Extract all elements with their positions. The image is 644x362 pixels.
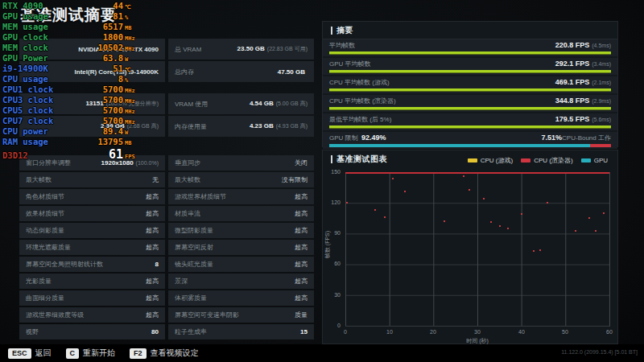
settings-row: 最大帧数 无 [19, 172, 165, 187]
setting-label: 最大帧数 [175, 175, 200, 184]
y-axis-label: 帧数 (FPS) [324, 220, 332, 269]
summary-header: 摘要 [323, 22, 617, 39]
osd-unit: MHz [125, 98, 144, 105]
osd-line: CPU3 clock 5700 MHz [2, 95, 144, 105]
gpu-limit-bar-gpu-segment [329, 144, 590, 147]
settings-row: 垂直同步 关闭 [168, 155, 314, 171]
osd-line: RAM usage 13795 MB [2, 137, 144, 147]
summary-row-label: 平均帧数 [329, 41, 355, 50]
osd-label: CPU1 clock [2, 84, 86, 94]
summary-row-value: 344.8 FPS(2.9ms) [555, 97, 611, 105]
osd-line: GPU Power 63.8 W [2, 53, 144, 64]
frame-spike-dot [469, 189, 470, 191]
osd-line: CPU power 89.4 W [2, 126, 144, 137]
y-tick: 30 [324, 292, 341, 298]
settings-row: 动态倒影质量 超高 [19, 223, 165, 238]
total-vram-sub: (22.83 GB 可用) [267, 46, 308, 51]
x-tick: 60 [601, 329, 617, 335]
frame-spike-dot [547, 202, 548, 204]
footer-key-esc[interactable]: ESC 返回 [8, 348, 52, 359]
cpu-bound-label: 7.51%CPU-Bound 工作 [542, 134, 611, 142]
osd-line: MEM clock 10502 MHz [2, 43, 144, 53]
osd-label: MEM usage [2, 22, 86, 31]
frame-spike-dot [444, 220, 445, 222]
osd-unit: MHz [125, 88, 144, 94]
osd-label: CPU7 clock [2, 116, 86, 125]
osd-label: i9-14900K [2, 64, 86, 73]
setting-label: 景深 [175, 277, 188, 286]
osd-line: D3D12 61 FPS [2, 147, 144, 160]
legend-item: GPU [581, 157, 608, 164]
osd-line: i9-14900K 51 ℃ [2, 64, 144, 74]
setting-value: 超高 [146, 209, 159, 218]
setting-value: 超高 [295, 192, 308, 201]
header-accent [331, 27, 332, 35]
legend-item: CPU (渲染器) [521, 156, 572, 165]
frame-spike-dot [507, 228, 509, 229]
legend-swatch [468, 158, 477, 162]
settings-row: 曲面细分质量 超高 [19, 290, 165, 306]
y-tick: 150 [324, 169, 341, 175]
summary-row-label: CPU 平均帧数 (游戏) [329, 78, 390, 87]
setting-label: 微型阴影质量 [175, 226, 213, 235]
osd-line: GPU usage 81 % [2, 11, 144, 22]
osd-unit: W [125, 56, 144, 63]
frame-spike-dot [374, 209, 376, 211]
osd-label: CPU5 clock [2, 105, 86, 115]
summary-title: 摘要 [336, 25, 353, 36]
ram-usage-label: 内存使用量 [175, 122, 207, 131]
benchmark-summary-screen: 基准测试摘要 NVIDIA GeForce RTX 4090 总 VRAM 23… [0, 0, 644, 362]
osd-unit: ℃ [125, 4, 144, 10]
setting-value: 超高 [295, 243, 308, 252]
setting-label: 屏幕空间全局照明射线计数 [26, 260, 103, 269]
setting-label: 曲面细分质量 [26, 294, 64, 302]
osd-value: 89.4 [86, 126, 123, 136]
gpu-limit-bar-cpu-segment [590, 144, 611, 147]
osd-label: MEM clock [2, 43, 86, 52]
settings-row: 屏幕空间可变速率阴影 质量 [168, 307, 314, 323]
header-accent [331, 155, 332, 163]
setting-label: 效果材质细节 [26, 209, 64, 218]
setting-label: 体积雾质量 [175, 294, 207, 302]
fps-bar [329, 51, 611, 55]
summary-row-value: 469.1 FPS(2.1ms) [555, 78, 611, 86]
fps-cap-line [345, 172, 609, 174]
frame-spike-dot [404, 191, 406, 192]
fps-bar [329, 70, 611, 73]
vram-usage-label: VRAM 使用 [175, 100, 208, 109]
setting-value: 超高 [146, 294, 159, 302]
x-tick: 40 [514, 329, 530, 335]
settings-row: 视野 80 [19, 324, 165, 339]
osd-label: GPU Power [2, 53, 86, 63]
osd-unit: ℃ [125, 67, 144, 73]
summary-row: CPU 平均帧数 (渲染器) 344.8 FPS(2.9ms) [323, 95, 617, 112]
osd-value: 6517 [86, 22, 123, 31]
x-tick: 10 [382, 329, 398, 335]
osd-value: 10502 [86, 43, 123, 52]
setting-value: 无 [152, 175, 159, 184]
legend-item: CPU (游戏) [468, 156, 513, 165]
frame-spike-dot [384, 216, 386, 218]
settings-column-right: 垂直同步 关闭 最大帧数 没有限制 游戏世界材质细节 超高 材质串流 超高 微型… [168, 155, 314, 339]
summary-row-label: 最低平均帧数 (后 5%) [329, 115, 391, 124]
setting-label: 环境光遮蔽质量 [26, 243, 71, 252]
total-ram-label: 总内存 [175, 68, 194, 76]
x-tick: 20 [425, 329, 441, 335]
footer-bar: ESC 返回 C 重新开始 F2 查看视频设定 [0, 344, 644, 362]
keycap-action-label: 重新开始 [83, 348, 115, 359]
fps-bar [329, 125, 611, 129]
frame-spike-dot [575, 230, 576, 232]
frame-spike-dot [539, 249, 541, 251]
osd-value: 13795 [86, 137, 123, 146]
osd-unit: MB [125, 140, 144, 146]
legend-label: CPU (渲染器) [534, 156, 572, 165]
footer-key-f2[interactable]: F2 查看视频设定 [130, 348, 199, 359]
osd-unit: MHz [125, 109, 144, 115]
frame-spike-dot [499, 225, 501, 227]
vram-usage-cell: VRAM 使用 4.54 GB(5.00 GB 高) [168, 93, 314, 114]
osd-value: 51 [86, 64, 123, 73]
osd-value: 81 [86, 11, 123, 21]
summary-row: 最低平均帧数 (后 5%) 179.5 FPS(5.6ms) [323, 113, 617, 130]
osd-value: 5700 [86, 116, 123, 125]
footer-key-c[interactable]: C 重新开始 [66, 348, 116, 359]
